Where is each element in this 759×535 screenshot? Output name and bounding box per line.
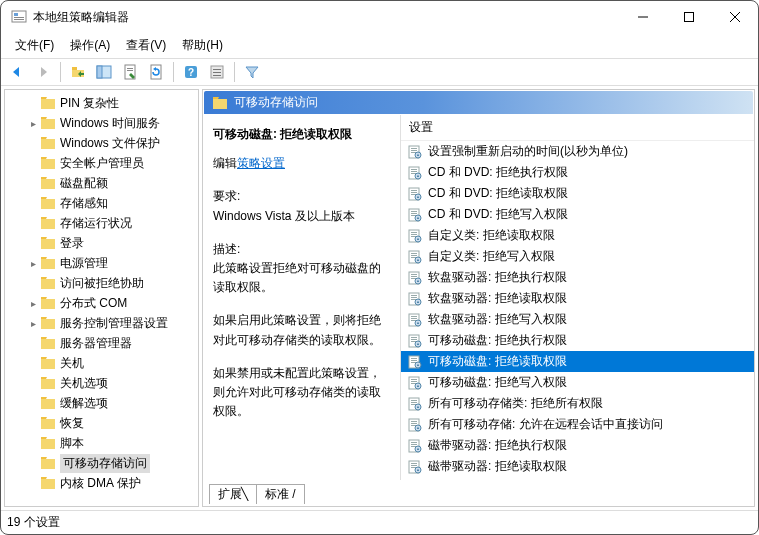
tree-item[interactable]: ▸Windows 时间服务 <box>5 113 198 133</box>
close-button[interactable] <box>712 2 758 32</box>
tree-item-label: 存储感知 <box>60 195 108 212</box>
tree-item[interactable]: 存储运行状况 <box>5 213 198 233</box>
tree-item-label: Windows 文件保护 <box>60 135 160 152</box>
tree-item[interactable]: 关机选项 <box>5 373 198 393</box>
menu-view[interactable]: 查看(V) <box>120 35 172 56</box>
list-item-label: 软盘驱动器: 拒绝读取权限 <box>428 290 567 307</box>
up-button[interactable] <box>66 61 90 83</box>
requirements-label: 要求: <box>213 187 390 206</box>
tree-item-label: 访问被拒绝协助 <box>60 275 144 292</box>
menu-help[interactable]: 帮助(H) <box>176 35 229 56</box>
description-text-1: 此策略设置拒绝对可移动磁盘的读取权限。 <box>213 259 390 297</box>
window-title: 本地组策略编辑器 <box>33 9 620 26</box>
tree-item-label: 电源管理 <box>60 255 108 272</box>
list-item[interactable]: 可移动磁盘: 拒绝执行权限 <box>401 330 754 351</box>
svg-rect-64 <box>411 276 417 277</box>
options-button[interactable] <box>205 61 229 83</box>
list-item[interactable]: 所有可移动存储: 允许在远程会话中直接访问 <box>401 414 754 435</box>
menu-action[interactable]: 操作(A) <box>64 35 116 56</box>
menu-file[interactable]: 文件(F) <box>9 35 60 56</box>
svg-rect-47 <box>417 218 419 219</box>
list-item-label: 磁带驱动器: 拒绝读取权限 <box>428 458 567 475</box>
settings-list[interactable]: 设置 设置强制重新启动的时间(以秒为单位)CD 和 DVD: 拒绝执行权限CD … <box>401 115 754 480</box>
list-item-label: 软盘驱动器: 拒绝写入权限 <box>428 311 567 328</box>
settings-list-header[interactable]: 设置 <box>401 115 754 141</box>
help-button[interactable]: ? <box>179 61 203 83</box>
svg-rect-71 <box>411 297 417 298</box>
description-label: 描述: <box>213 240 390 259</box>
maximize-button[interactable] <box>666 2 712 32</box>
tree-item[interactable]: 恢复 <box>5 413 198 433</box>
svg-rect-43 <box>411 213 417 214</box>
tree-item[interactable]: 访问被拒绝协助 <box>5 273 198 293</box>
svg-rect-57 <box>411 255 417 256</box>
tree-item[interactable]: 缓解选项 <box>5 393 198 413</box>
svg-rect-113 <box>411 423 417 424</box>
tree-item[interactable]: PIN 复杂性 <box>5 93 198 113</box>
tree-item[interactable]: 磁盘配额 <box>5 173 198 193</box>
svg-rect-11 <box>127 68 133 69</box>
expand-icon[interactable]: ▸ <box>27 118 39 129</box>
tree-item[interactable]: 关机 <box>5 353 198 373</box>
tree-item[interactable]: Windows 文件保护 <box>5 133 198 153</box>
forward-button[interactable] <box>31 61 55 83</box>
tree-item[interactable]: 服务器管理器 <box>5 333 198 353</box>
list-item[interactable]: 软盘驱动器: 拒绝读取权限 <box>401 288 754 309</box>
list-item-label: CD 和 DVD: 拒绝读取权限 <box>428 185 568 202</box>
tree-panel[interactable]: PIN 复杂性▸Windows 时间服务Windows 文件保护安全帐户管理员磁… <box>4 89 199 507</box>
refresh-button[interactable] <box>144 61 168 83</box>
list-item[interactable]: 磁带驱动器: 拒绝读取权限 <box>401 456 754 477</box>
expand-icon[interactable]: ▸ <box>27 318 39 329</box>
svg-rect-85 <box>411 339 417 340</box>
tree-item[interactable]: 内核 DMA 保护 <box>5 473 198 493</box>
svg-rect-9 <box>97 66 102 78</box>
tab-extended[interactable]: 扩展╲ <box>209 484 257 504</box>
minimize-button[interactable] <box>620 2 666 32</box>
list-item[interactable]: 软盘驱动器: 拒绝写入权限 <box>401 309 754 330</box>
svg-rect-22 <box>411 150 417 151</box>
expand-icon[interactable]: ▸ <box>27 258 39 269</box>
show-hide-tree-button[interactable] <box>92 61 116 83</box>
svg-rect-17 <box>213 69 221 70</box>
view-tabs: 扩展╲ 标准 / <box>203 480 754 506</box>
list-item[interactable]: 软盘驱动器: 拒绝执行权限 <box>401 267 754 288</box>
tab-standard[interactable]: 标准 / <box>256 484 305 504</box>
tree-item[interactable]: 安全帐户管理员 <box>5 153 198 173</box>
tree-item-label: 恢复 <box>60 415 84 432</box>
svg-rect-77 <box>411 316 417 317</box>
svg-rect-63 <box>411 274 417 275</box>
list-item[interactable]: CD 和 DVD: 拒绝读取权限 <box>401 183 754 204</box>
list-item-label: 可移动磁盘: 拒绝写入权限 <box>428 374 567 391</box>
svg-rect-50 <box>411 234 417 235</box>
list-item[interactable]: CD 和 DVD: 拒绝写入权限 <box>401 204 754 225</box>
edit-policy-link[interactable]: 策略设置 <box>237 156 285 170</box>
list-item[interactable]: 自定义类: 拒绝读取权限 <box>401 225 754 246</box>
list-item[interactable]: 可移动磁盘: 拒绝写入权限 <box>401 372 754 393</box>
app-icon <box>11 9 27 25</box>
filter-button[interactable] <box>240 61 264 83</box>
list-item-label: 自定义类: 拒绝读取权限 <box>428 227 555 244</box>
list-item[interactable]: 设置强制重新启动的时间(以秒为单位) <box>401 141 754 162</box>
list-item-label: 自定义类: 拒绝写入权限 <box>428 248 555 265</box>
back-button[interactable] <box>5 61 29 83</box>
list-item[interactable]: CD 和 DVD: 拒绝执行权限 <box>401 162 754 183</box>
tree-item[interactable]: ▸服务控制管理器设置 <box>5 313 198 333</box>
svg-rect-98 <box>411 379 417 380</box>
list-item[interactable]: 可移动磁盘: 拒绝读取权限 <box>401 351 754 372</box>
list-item[interactable]: 所有可移动存储类: 拒绝所有权限 <box>401 393 754 414</box>
tree-item[interactable]: ▸分布式 COM <box>5 293 198 313</box>
svg-rect-91 <box>411 358 417 359</box>
tree-item[interactable]: 存储感知 <box>5 193 198 213</box>
tree-item-label: 磁盘配额 <box>60 175 108 192</box>
tree-item[interactable]: 可移动存储访问 <box>5 453 198 473</box>
properties-button[interactable] <box>118 61 142 83</box>
list-item[interactable]: 磁带驱动器: 拒绝执行权限 <box>401 435 754 456</box>
list-item[interactable]: 自定义类: 拒绝写入权限 <box>401 246 754 267</box>
tree-item-label: 安全帐户管理员 <box>60 155 144 172</box>
svg-rect-99 <box>411 381 417 382</box>
tree-item[interactable]: ▸电源管理 <box>5 253 198 273</box>
list-item-label: 软盘驱动器: 拒绝执行权限 <box>428 269 567 286</box>
expand-icon[interactable]: ▸ <box>27 298 39 309</box>
tree-item[interactable]: 登录 <box>5 233 198 253</box>
tree-item[interactable]: 脚本 <box>5 433 198 453</box>
